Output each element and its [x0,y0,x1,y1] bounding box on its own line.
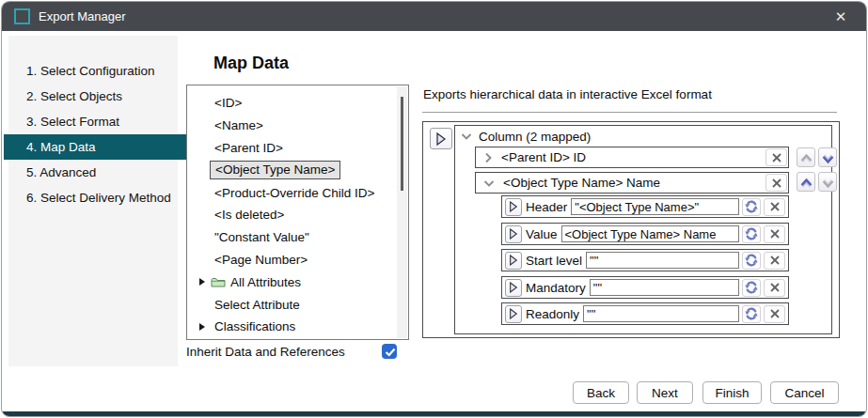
finish-button[interactable]: Finish [702,381,762,404]
property-row-start-level: Start level [501,249,789,271]
close-icon [767,280,782,295]
close-icon [769,150,784,165]
back-button[interactable]: Back [573,381,629,404]
close-icon [767,226,782,241]
export-manager-dialog: Export Manager ✕ 1. Select Configuration… [1,1,867,417]
wizard-steps-panel: 1. Select Configuration 2. Select Object… [8,36,178,366]
page-title: Map Data [213,54,289,73]
title-bar: Export Manager ✕ [2,2,866,31]
move-up-button-disabled[interactable] [797,147,815,167]
sync-icon [744,226,759,241]
inherit-data-row: Inherit Data and References [186,344,409,359]
move-down-button-disabled[interactable] [818,172,837,192]
cancel-button[interactable]: Cancel [770,381,839,404]
step-map-data[interactable]: 4. Map Data [4,134,192,160]
play-icon [509,255,518,266]
remove-mapping-button[interactable] [765,174,787,192]
attribute-listbox: <ID> <Name> <Parent ID> <Object Type Nam… [186,85,409,340]
sync-icon [744,280,759,295]
property-input-value[interactable] [561,225,739,242]
close-icon[interactable]: ✕ [823,2,859,31]
column-play-button[interactable] [430,128,452,149]
play-icon [509,308,518,319]
step-select-objects[interactable]: 2. Select Objects [8,84,178,109]
list-item-id[interactable]: <ID> [187,92,408,115]
play-icon [509,201,518,212]
property-play-button[interactable] [505,252,522,270]
sync-button[interactable] [742,198,761,216]
format-description: Exports hierarchical data in interactive… [423,87,712,101]
step-select-configuration[interactable]: 1. Select Configuration [8,58,178,84]
sync-button[interactable] [742,252,761,270]
list-item-classifications[interactable]: Classifications [187,316,408,338]
list-item-constant-value[interactable]: "Constant Value" [187,226,408,249]
remove-property-button[interactable] [764,225,785,243]
property-row-readonly: Readonly [501,302,789,325]
property-play-button[interactable] [505,279,522,297]
app-icon [14,8,30,24]
close-icon [767,306,782,321]
expand-arrow-icon[interactable] [199,323,205,331]
selected-item-box: <Object Type Name> [210,161,340,179]
sync-icon [744,253,759,268]
sync-button[interactable] [742,225,761,243]
play-icon [435,132,447,146]
list-item-object-type-name[interactable]: <Object Type Name> [187,159,408,181]
remove-property-button[interactable] [764,305,785,323]
scrollbar-thumb[interactable] [401,97,403,191]
close-icon [769,176,784,191]
sync-button[interactable] [742,279,761,297]
column-group-header[interactable]: Column (2 mapped) [461,127,591,146]
sync-button[interactable] [742,305,761,323]
property-play-button[interactable] [505,198,522,216]
chevron-up-icon [799,150,813,164]
next-button[interactable]: Next [637,381,693,404]
list-item-is-deleted[interactable]: <Is deleted> [187,204,408,226]
folder-icon [211,276,226,288]
remove-mapping-button[interactable] [765,148,787,166]
property-row-header: Header [501,195,789,218]
property-input-start-level[interactable] [586,252,739,269]
list-item-parent-id[interactable]: <Parent ID> [187,137,408,160]
close-icon [767,199,782,214]
step-select-delivery-method[interactable]: 6. Select Delivery Method [8,185,178,210]
chevron-down-icon [821,150,835,164]
inherit-data-label: Inherit Data and References [186,345,382,359]
chevron-down-icon [821,175,835,189]
list-item-name[interactable]: <Name> [187,115,408,137]
property-play-button[interactable] [505,305,522,323]
step-select-format[interactable]: 3. Select Format [8,109,178,134]
inherit-data-checkbox[interactable] [382,344,397,359]
play-icon [509,228,518,240]
remove-property-button[interactable] [764,198,785,216]
mapped-row-object-type-name[interactable]: <Object Type Name> Name [475,172,789,194]
move-down-button[interactable] [818,147,837,167]
play-icon [509,282,518,293]
mapped-row-parent-id[interactable]: <Parent ID> ID [475,147,789,168]
sync-icon [744,306,759,321]
listbox-scrollbar[interactable] [397,86,407,338]
property-input-mandatory[interactable] [590,279,739,296]
window-title: Export Manager [39,9,126,23]
chevron-right-icon[interactable] [483,152,493,163]
chevron-down-icon[interactable] [483,178,495,188]
property-input-readonly[interactable] [583,305,739,322]
list-item-product-override-child-id[interactable]: <Product-Override Child ID> [187,181,408,204]
close-icon [767,253,782,268]
step-advanced[interactable]: 5. Advanced [8,160,178,185]
chevron-up-icon [799,175,813,189]
sync-icon [744,199,759,214]
property-row-value: Value [501,223,789,245]
expand-arrow-icon[interactable] [199,278,205,286]
remove-property-button[interactable] [764,252,785,270]
separator-line [422,112,837,113]
property-row-mandatory: Mandatory [501,276,789,299]
property-input-header[interactable] [571,198,739,215]
list-item-all-attributes[interactable]: All Attributes [187,271,408,293]
list-item-page-number[interactable]: <Page Number> [187,249,408,271]
property-play-button[interactable] [505,225,522,243]
chevron-down-icon [461,132,472,141]
move-up-button[interactable] [797,172,815,192]
remove-property-button[interactable] [764,279,785,297]
list-item-select-attribute[interactable]: Select Attribute [187,293,408,316]
